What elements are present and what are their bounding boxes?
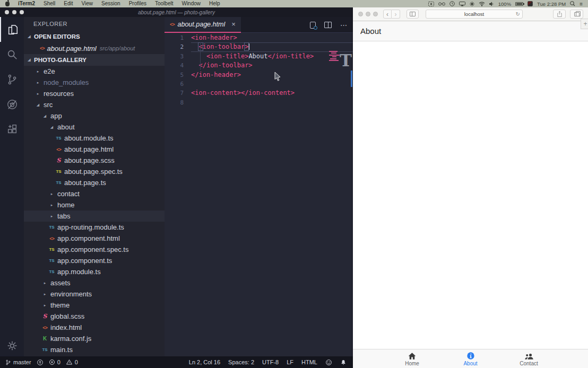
tree-item-app.module.ts[interactable]: TSapp.module.ts [24,266,165,277]
code-line-4[interactable]: 4 </ion-toolbar> [165,61,353,70]
source-control-icon[interactable] [0,67,24,92]
tree-item-about.page.ts[interactable]: TSabout.page.ts [24,177,165,188]
tree-item-about.page.spec.ts[interactable]: TSabout.page.spec.ts [24,166,165,177]
tree-item-home[interactable]: ▸home [24,199,165,211]
close-window-button[interactable] [358,12,363,16]
status-spaces-2[interactable]: Spaces: 2 [228,359,254,365]
tree-item-resources[interactable]: ▸resources [24,88,165,99]
wifi-icon[interactable] [479,2,485,6]
tab-close-icon[interactable]: × [231,20,236,28]
menu-toolbelt[interactable]: Toolbelt [151,0,177,7]
open-editors-header[interactable]: ◢ OPEN EDITORS [24,31,165,42]
tree-item-e2e[interactable]: ▸e2e [24,66,165,77]
tree-item-about.page.scss[interactable]: Sabout.page.scss [24,155,165,166]
tab-about[interactable]: About [442,349,500,368]
settings-gear-icon[interactable] [0,340,24,351]
code-line-5[interactable]: 5</ion-header> [165,71,353,80]
new-tab-button[interactable]: + [581,19,588,29]
more-actions-icon[interactable]: ⋯ [340,21,348,29]
tree-item-app.component.ts[interactable]: TSapp.component.ts [24,255,165,266]
tree-item-assets[interactable]: ▸assets [24,277,165,288]
apple-icon[interactable] [5,2,10,6]
forward-button[interactable]: › [392,10,400,19]
clock-icon[interactable] [449,1,455,6]
extensions-icon[interactable] [0,117,24,142]
tree-item-environments[interactable]: ▸environments [24,288,165,300]
git-branch-indicator[interactable]: master [5,359,31,366]
menu-iterm2[interactable]: iTerm2 [14,0,39,7]
code-area[interactable]: 1<ion-header>2 <ion-toolbar>3 <ion-title… [165,33,353,356]
code-line-1[interactable]: 1<ion-header> [165,33,353,42]
zoom-window-button[interactable] [373,12,378,16]
share-button[interactable] [553,10,566,19]
notification-center-icon[interactable]: ≡ [580,1,583,7]
menu-session[interactable]: Session [97,0,125,7]
menu-edit[interactable]: Edit [59,0,77,7]
reload-icon[interactable]: ↻ [516,11,520,17]
tree-item-tabs[interactable]: ▸tabs [24,211,165,222]
safari-toolbar[interactable]: ‹ › localhost ↻ + [353,7,588,21]
status-html[interactable]: HTML [301,359,317,365]
feedback-smiley-icon[interactable] [325,359,332,366]
airplay-icon[interactable] [459,2,465,6]
tree-item-app.component.html[interactable]: <>app.component.html [24,233,165,244]
menubar-app-icon[interactable] [528,1,533,6]
tab-home[interactable]: Home [383,349,442,368]
status-ln-2-col-16[interactable]: Ln 2, Col 16 [189,359,220,365]
tree-item-app[interactable]: ◢app [24,110,165,121]
minimize-window-button[interactable] [12,10,16,14]
tree-item-about.page.html[interactable]: <>about.page.html [24,144,165,155]
errors-indicator[interactable]: 0 [49,359,60,365]
tree-item-about.module.ts[interactable]: TSabout.module.ts [24,133,165,144]
address-bar[interactable]: localhost ↻ [426,10,523,19]
menu-shell[interactable]: Shell [39,0,59,7]
menu-profiles[interactable]: Profiles [125,0,151,7]
spotlight-icon[interactable] [570,1,575,6]
sidebar-toggle-button[interactable] [407,10,419,19]
debug-icon[interactable] [0,92,24,117]
tree-item-src[interactable]: ◢src [24,99,165,110]
publish-button[interactable] [37,359,44,366]
status-lf[interactable]: LF [287,359,293,365]
code-line-7[interactable]: 7<ion-content></ion-content> [165,89,353,98]
search-icon[interactable] [0,42,24,67]
project-root-header[interactable]: ◢ PHOTO-GALLERY [24,54,165,66]
volume-icon[interactable] [489,2,494,6]
tree-item-contact[interactable]: ▸contact [24,188,165,199]
tree-item-app-routing.module.ts[interactable]: TSapp-routing.module.ts [24,222,165,233]
tree-item-node_modules[interactable]: ▸node_modules [24,77,165,88]
menubar-clock[interactable]: Tue 2:28 PM [537,1,566,7]
explorer-icon[interactable] [0,17,24,42]
menu-window[interactable]: Window [177,0,205,7]
screen-record-icon[interactable] [428,2,434,6]
minimize-window-button[interactable] [366,12,370,16]
show-all-tabs-button[interactable] [570,10,583,19]
warnings-indicator[interactable]: 0 [66,359,78,365]
code-line-6[interactable]: 6 [165,80,353,89]
back-button[interactable]: ‹ [383,10,392,19]
status-utf-8[interactable]: UTF-8 [262,359,279,365]
vscode-titlebar[interactable]: about.page.html — photo-gallery [0,7,353,17]
code-line-2[interactable]: 2 <ion-toolbar> [165,42,353,51]
open-preview-icon[interactable] [310,22,316,29]
tree-item-about[interactable]: ◢about [24,121,165,133]
tree-item-theme[interactable]: ▸theme [24,300,165,311]
tab-about-page-html[interactable]: <> about.page.html × [165,17,241,33]
tree-item-index.html[interactable]: <>index.html [24,322,165,333]
split-editor-icon[interactable] [324,22,332,28]
code-line-3[interactable]: 3 <ion-title>About</ion-title> [165,52,353,61]
menu-view[interactable]: View [77,0,98,7]
tab-contact[interactable]: Contact [500,349,558,368]
glasses-icon[interactable] [438,2,445,6]
tree-item-global.scss[interactable]: Sglobal.scss [24,311,165,322]
notifications-bell-icon[interactable] [340,359,347,366]
menu-help[interactable]: Help [205,0,224,7]
close-window-button[interactable] [5,10,9,14]
tree-item-main.ts[interactable]: TSmain.ts [24,344,165,355]
tree-item-app.component.spec.ts[interactable]: TSapp.component.spec.ts [24,244,165,255]
tree-item-karma.conf.js[interactable]: Kkarma.conf.js [24,333,165,344]
zoom-window-button[interactable] [20,10,24,14]
code-line-8[interactable]: 8 [165,98,353,107]
open-editor-item[interactable]: <> about.page.html src/app/about [24,42,165,54]
key-icon[interactable] [470,2,474,6]
